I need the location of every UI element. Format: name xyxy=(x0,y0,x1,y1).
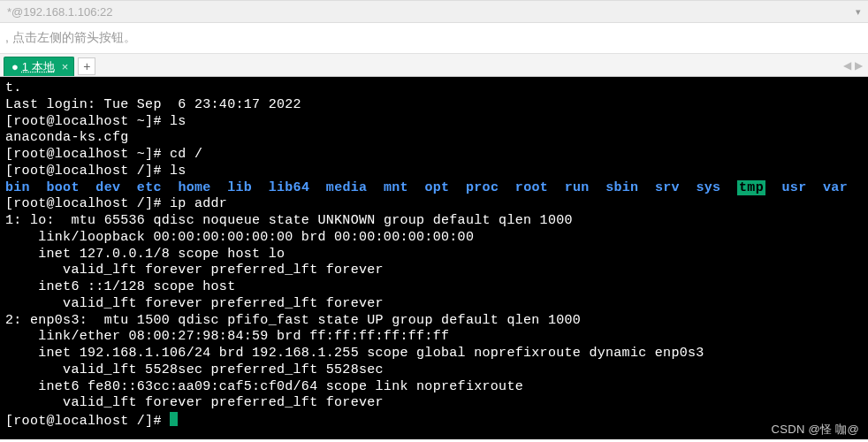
tab-nav: ◀ ▶ xyxy=(843,59,863,72)
dir-lib64: lib64 xyxy=(269,180,310,195)
dir-sys: sys xyxy=(697,180,721,195)
add-tab-button[interactable]: + xyxy=(78,57,95,75)
dir-run: run xyxy=(565,180,590,195)
watermark: CSDN @怪 咖@ xyxy=(772,423,859,437)
dir-tmp: tmp xyxy=(737,180,765,195)
dir-home: home xyxy=(178,180,210,195)
active-indicator-icon: ● xyxy=(11,60,19,73)
window-title: *@192.168.1.106:22 xyxy=(7,5,112,19)
hint-text: , 点击左侧的箭头按钮。 xyxy=(0,23,868,54)
dir-bin: bin xyxy=(5,180,30,195)
dir-opt: opt xyxy=(424,180,449,195)
dir-media: media xyxy=(326,180,368,195)
tab-label: 1 本地 xyxy=(22,59,55,75)
dir-proc: proc xyxy=(466,180,499,195)
dir-sbin: sbin xyxy=(605,180,638,195)
tab-strip: ● 1 本地 × + ◀ ▶ xyxy=(0,54,868,77)
cursor xyxy=(170,412,178,426)
dropdown-icon[interactable]: ▾ xyxy=(856,6,861,18)
dir-lib: lib xyxy=(227,180,252,195)
dir-root: root xyxy=(515,180,548,195)
dir-srv: srv xyxy=(655,180,680,195)
dir-mnt: mnt xyxy=(384,180,408,195)
window-title-bar: *@192.168.1.106:22 ▾ xyxy=(0,0,868,23)
dir-etc: etc xyxy=(137,180,162,195)
terminal-output[interactable]: t. Last login: Tue Sep 6 23:40:17 2022 [… xyxy=(0,77,868,439)
tab-local[interactable]: ● 1 本地 × xyxy=(4,57,74,76)
dir-boot: boot xyxy=(47,180,80,195)
tab-prev-icon[interactable]: ◀ xyxy=(843,59,851,72)
tab-next-icon[interactable]: ▶ xyxy=(855,59,863,72)
dir-dev: dev xyxy=(95,180,120,195)
dir-var: var xyxy=(823,180,848,195)
close-icon[interactable]: × xyxy=(62,60,69,73)
dir-usr: usr xyxy=(782,180,807,195)
